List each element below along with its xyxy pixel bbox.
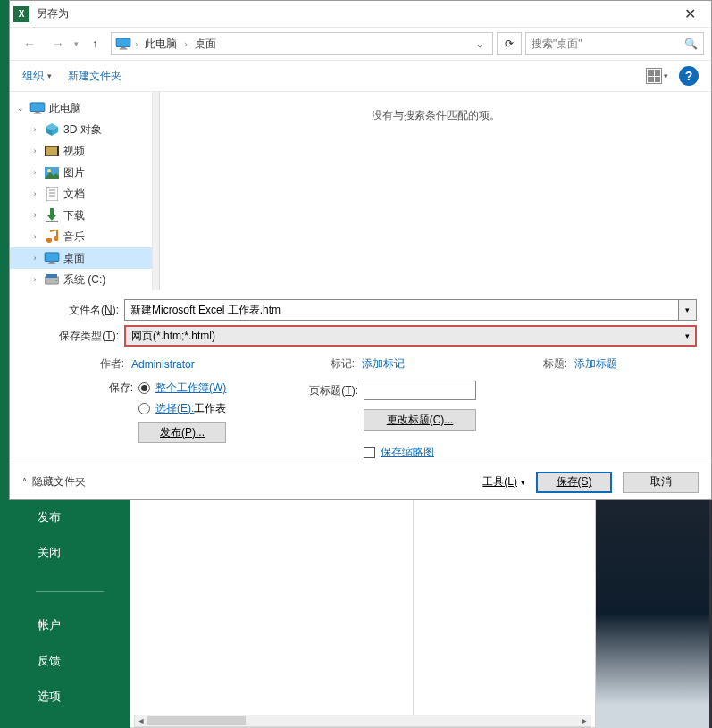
tree-music[interactable]: › 音乐 <box>10 226 152 247</box>
svg-rect-10 <box>46 147 57 155</box>
backstage-account[interactable]: 帐户 <box>38 617 130 633</box>
organize-menu[interactable]: 组织 ▾ <box>22 69 52 84</box>
tree-documents[interactable]: › 文档 <box>10 183 152 205</box>
save-type-value: 网页(*.htm;*.html) <box>131 329 215 344</box>
breadcrumb-this-pc[interactable]: 此电脑 <box>141 37 180 52</box>
expand-icon[interactable]: › <box>29 189 40 198</box>
help-button[interactable]: ? <box>679 66 699 86</box>
titlebar: X 另存为 ✕ <box>10 1 711 28</box>
chevron-up-icon: ˄ <box>22 477 27 487</box>
backstage-options[interactable]: 选项 <box>38 689 130 705</box>
bottom-bar: ˄ 隐藏文件夹 工具(L) ▾ 保存(S) 取消 <box>10 464 711 499</box>
svg-rect-11 <box>45 146 46 156</box>
expand-icon[interactable]: › <box>29 168 40 177</box>
filename-input[interactable] <box>124 299 679 321</box>
expand-icon[interactable]: › <box>29 146 40 155</box>
background-hscroll[interactable]: ◄ ► <box>134 715 591 727</box>
address-bar[interactable]: › 此电脑 › 桌面 ⌄ <box>111 32 493 55</box>
tree-label: 桌面 <box>63 251 85 266</box>
save-thumbnail-checkbox[interactable] <box>364 447 375 458</box>
background-preview-image <box>596 498 712 728</box>
expand-icon[interactable]: › <box>29 232 40 241</box>
breadcrumb-sep-icon[interactable]: › <box>135 39 138 49</box>
new-folder-label: 新建文件夹 <box>68 69 121 84</box>
tag-value[interactable]: 添加标记 <box>362 356 523 372</box>
organize-label: 组织 <box>22 69 44 84</box>
nav-up-button[interactable]: ↑ <box>82 31 107 56</box>
refresh-button[interactable]: ⟳ <box>497 32 522 55</box>
svg-marker-21 <box>47 215 56 221</box>
backstage-close[interactable]: 关闭 <box>38 545 130 561</box>
hscroll-thumb[interactable] <box>147 716 246 725</box>
author-label: 作者: <box>24 356 124 372</box>
backstage-divider <box>36 591 104 592</box>
author-value[interactable]: Administrator <box>131 358 310 371</box>
backstage-feedback[interactable]: 反馈 <box>38 653 130 669</box>
expand-icon[interactable]: › <box>29 125 40 134</box>
expand-icon[interactable]: › <box>29 211 40 220</box>
publish-button[interactable]: 发布(P)... <box>138 422 226 443</box>
tree-3d-objects[interactable]: › 3D 对象 <box>10 119 152 140</box>
nav-forward-button[interactable]: → <box>46 31 71 56</box>
cancel-button[interactable]: 取消 <box>623 472 699 493</box>
close-button[interactable]: ✕ <box>672 2 708 27</box>
chevron-down-icon: ▾ <box>664 71 668 80</box>
save-button[interactable]: 保存(S) <box>536 472 612 493</box>
expand-icon[interactable]: › <box>29 275 40 284</box>
tools-menu[interactable]: 工具(L) ▾ <box>482 474 525 490</box>
expand-icon[interactable]: › <box>29 254 40 263</box>
tree-this-pc[interactable]: ⌄ 此电脑 <box>10 97 152 119</box>
hscroll-right-icon[interactable]: ► <box>578 715 591 726</box>
hscroll-left-icon[interactable]: ◄ <box>135 715 147 726</box>
hide-folders-button[interactable]: ˄ 隐藏文件夹 <box>22 474 86 490</box>
nav-recent-dropdown[interactable]: ▾ <box>74 39 79 48</box>
save-scope-label: 保存: <box>103 381 133 396</box>
tree-label: 3D 对象 <box>63 122 102 138</box>
svg-rect-20 <box>50 208 54 215</box>
save-thumbnail-label[interactable]: 保存缩略图 <box>381 445 434 460</box>
file-list-area[interactable]: 没有与搜索条件匹配的项。 <box>153 92 711 290</box>
svg-point-14 <box>47 169 51 172</box>
view-mode-button[interactable]: ▾ <box>646 68 668 84</box>
radio-entire-workbook-label[interactable]: 整个工作簿(W) <box>155 381 226 396</box>
new-folder-button[interactable]: 新建文件夹 <box>68 69 121 84</box>
page-title-input[interactable] <box>364 381 476 400</box>
svg-rect-12 <box>57 146 59 156</box>
page-title-label: 页标题(T): <box>305 383 358 398</box>
collapse-icon[interactable]: ⌄ <box>15 104 26 113</box>
breadcrumb-desktop[interactable]: 桌面 <box>191 37 220 52</box>
music-icon <box>44 230 60 244</box>
options-area: 保存: 整个工作簿(W) 选择(E):工作表 发布(P)... 页标题(T): <box>10 372 711 460</box>
radio-selection-label[interactable]: 选择(E):工作表 <box>155 401 226 416</box>
page-title-group: 页标题(T): 更改标题(C)... 保存缩略图 <box>305 381 697 460</box>
tree-system-c[interactable]: › 系统 (C:) <box>10 269 152 290</box>
background-splitter <box>413 499 414 716</box>
svg-rect-29 <box>46 274 57 278</box>
tree-downloads[interactable]: › 下载 <box>10 205 152 226</box>
chevron-down-icon: ▾ <box>685 331 690 340</box>
tag-label: 标记: <box>317 356 355 372</box>
save-type-select[interactable]: 网页(*.htm;*.html) ▾ <box>124 325 697 347</box>
filename-dropdown[interactable]: ▾ <box>679 299 697 321</box>
title-value[interactable]: 添加标题 <box>574 356 617 372</box>
search-icon: 🔍 <box>684 38 698 50</box>
chevron-down-icon: ▾ <box>685 305 690 314</box>
breadcrumb-sep-icon[interactable]: › <box>184 39 187 49</box>
tree-desktop[interactable]: › 桌面 <box>10 247 152 269</box>
tree-label: 此电脑 <box>49 101 81 116</box>
backstage-publish[interactable]: 发布 <box>38 509 130 525</box>
tree-label: 下载 <box>63 208 85 223</box>
tree-videos[interactable]: › 视频 <box>10 140 152 162</box>
nav-back-button[interactable]: ← <box>17 31 42 56</box>
search-input[interactable] <box>532 38 679 50</box>
search-box[interactable]: 🔍 <box>525 32 704 55</box>
background-content-pane: ◄ ► <box>130 498 596 728</box>
address-dropdown[interactable]: ⌄ <box>471 38 489 50</box>
svg-rect-16 <box>46 187 58 201</box>
arrow-up-icon: ↑ <box>92 38 97 50</box>
folder-tree[interactable]: ⌄ 此电脑 › 3D 对象 › 视频 › 图片 › 文 <box>10 92 153 290</box>
radio-entire-workbook[interactable] <box>138 382 150 394</box>
radio-selection[interactable] <box>138 403 150 414</box>
tree-pictures[interactable]: › 图片 <box>10 162 152 183</box>
change-title-button[interactable]: 更改标题(C)... <box>364 409 476 431</box>
